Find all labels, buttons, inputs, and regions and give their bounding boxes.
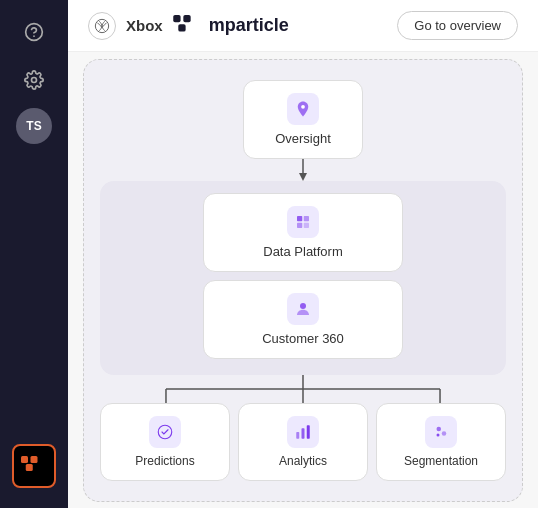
data-platform-icon bbox=[287, 206, 319, 238]
svg-rect-25 bbox=[302, 428, 305, 439]
svg-rect-8 bbox=[183, 15, 190, 22]
svg-rect-4 bbox=[31, 456, 38, 463]
svg-rect-24 bbox=[296, 432, 299, 439]
analytics-label: Analytics bbox=[279, 454, 327, 468]
mparticle-logo: mparticle bbox=[173, 15, 289, 37]
branch-lines bbox=[100, 375, 506, 403]
svg-rect-26 bbox=[307, 425, 310, 439]
data-platform-node[interactable]: Data Platform bbox=[203, 193, 403, 272]
xbox-icon bbox=[88, 12, 116, 40]
analytics-node[interactable]: Analytics bbox=[238, 403, 368, 481]
svg-rect-7 bbox=[173, 15, 180, 22]
mparticle-brand-name: mparticle bbox=[209, 15, 289, 36]
settings-icon[interactable] bbox=[14, 60, 54, 100]
oversight-icon bbox=[287, 93, 319, 125]
svg-rect-15 bbox=[297, 222, 302, 227]
sidebar: TS bbox=[0, 0, 68, 508]
svg-point-10 bbox=[301, 104, 305, 108]
arrow-oversight-to-platform bbox=[296, 159, 310, 181]
mparticle-logo-icon[interactable] bbox=[12, 444, 56, 488]
svg-rect-14 bbox=[304, 216, 309, 221]
customer-360-label: Customer 360 bbox=[262, 331, 344, 346]
svg-point-27 bbox=[437, 426, 442, 431]
analytics-icon bbox=[287, 416, 319, 448]
segmentation-icon bbox=[425, 416, 457, 448]
svg-rect-16 bbox=[304, 222, 309, 227]
predictions-node[interactable]: Predictions bbox=[100, 403, 230, 481]
customer-360-icon bbox=[287, 293, 319, 325]
oversight-label: Oversight bbox=[275, 131, 331, 146]
diagram-container: Oversight bbox=[83, 59, 523, 502]
svg-point-2 bbox=[32, 78, 37, 83]
customer-360-node[interactable]: Customer 360 bbox=[203, 280, 403, 359]
bottom-nodes: Predictions Analytics bbox=[100, 403, 506, 481]
avatar[interactable]: TS bbox=[16, 108, 52, 144]
header-left: Xbox mparticle bbox=[88, 12, 289, 40]
segmentation-node[interactable]: Segmentation bbox=[376, 403, 506, 481]
svg-point-17 bbox=[300, 303, 306, 309]
svg-rect-13 bbox=[297, 216, 302, 221]
svg-rect-5 bbox=[26, 464, 33, 471]
main-content: Xbox mparticle Go to overview bbox=[68, 0, 538, 508]
svg-rect-3 bbox=[21, 456, 28, 463]
segmentation-label: Segmentation bbox=[404, 454, 478, 468]
predictions-label: Predictions bbox=[135, 454, 194, 468]
oversight-node[interactable]: Oversight bbox=[243, 80, 363, 159]
diagram-area: Oversight bbox=[68, 52, 538, 508]
svg-marker-12 bbox=[299, 173, 307, 181]
svg-point-29 bbox=[437, 433, 440, 436]
svg-rect-9 bbox=[178, 24, 185, 31]
help-icon[interactable] bbox=[14, 12, 54, 52]
data-platform-label: Data Platform bbox=[263, 244, 342, 259]
go-to-overview-button[interactable]: Go to overview bbox=[397, 11, 518, 40]
bottom-section: Predictions Analytics bbox=[100, 375, 506, 481]
header: Xbox mparticle Go to overview bbox=[68, 0, 538, 52]
inner-group: Data Platform Customer 360 bbox=[100, 181, 506, 375]
app-name: Xbox bbox=[126, 17, 163, 34]
svg-point-28 bbox=[442, 431, 447, 436]
predictions-icon bbox=[149, 416, 181, 448]
